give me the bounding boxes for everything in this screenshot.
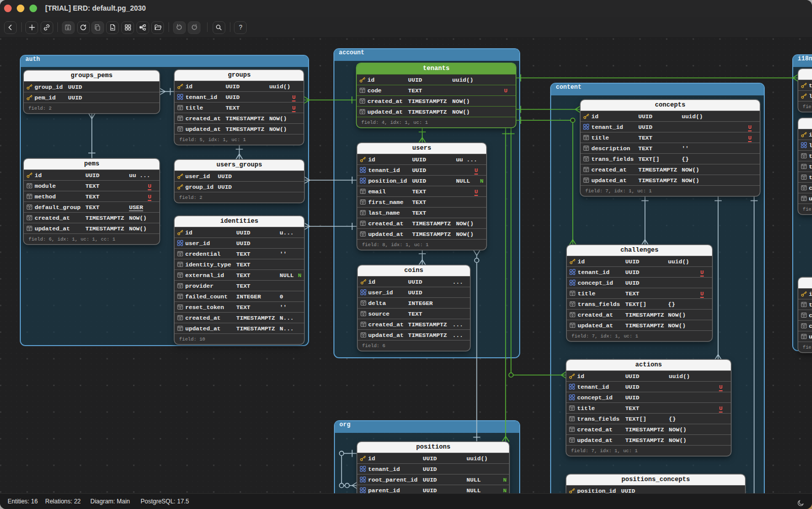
svg-text:?: ? bbox=[239, 24, 242, 31]
